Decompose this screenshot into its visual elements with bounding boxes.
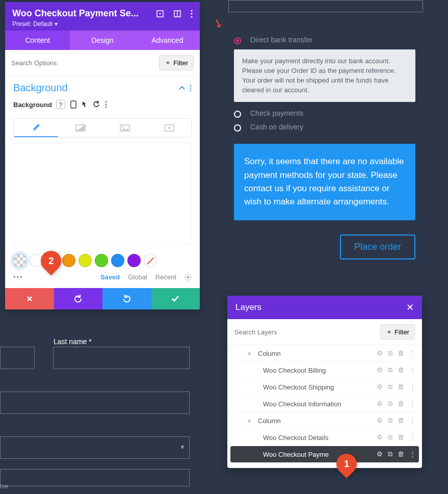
undo-button[interactable] [54,288,103,309]
gear-icon[interactable] [185,274,192,281]
section-more-icon[interactable] [190,85,192,92]
duplicate-icon[interactable]: ⧉ [388,349,392,357]
phone-icon[interactable] [70,100,76,109]
confirm-button[interactable] [151,288,200,309]
more-icon[interactable]: ⋮ [409,349,416,357]
layer-row-details[interactable]: Woo Checkout Details ⚙ ⧉ 🗑 ⋮ [230,429,419,446]
bg-type-gradient[interactable] [58,119,102,137]
swatch-blue[interactable] [111,254,124,267]
close-icon[interactable]: ✕ [406,302,414,313]
swatch-none[interactable] [144,254,157,267]
gear-icon[interactable]: ⚙ [377,349,383,357]
svg-point-16 [122,126,123,128]
layer-row-shipping[interactable]: Woo Checkout Shipping ⚙ ⧉ 🗑 ⋮ [230,379,419,396]
tab-content[interactable]: Content [5,31,70,50]
more-icon[interactable]: ⋮ [409,366,416,374]
more-icon[interactable]: ⋮ [409,450,416,458]
more-swatches-icon[interactable]: ••• [13,273,23,281]
chevron-down-icon[interactable]: ▾ [248,350,255,357]
radio-cash-on-delivery[interactable] [234,124,241,132]
palette-tab-recent[interactable]: Recent [155,273,176,281]
tiny-label: me [0,483,9,490]
layer-row-billing[interactable]: Woo Checkout Billing ⚙ ⧉ 🗑 ⋮ [230,362,419,379]
search-layers-input[interactable] [234,324,376,340]
columns-icon[interactable] [173,10,181,18]
layer-row-information[interactable]: Woo Checkout Information ⚙ ⧉ 🗑 ⋮ [230,396,419,412]
place-order-button[interactable]: Place order [340,235,415,259]
trash-icon[interactable]: 🗑 [398,400,404,408]
duplicate-icon[interactable]: ⧉ [388,417,392,425]
layer-row-column-1[interactable]: ▾ Column ⚙ ⧉ 🗑 ⋮ [230,345,419,362]
swatch-green[interactable] [95,254,108,267]
more-icon[interactable]: ⋮ [409,400,416,408]
chevron-down-icon[interactable]: ▾ [248,417,255,425]
more-icon[interactable]: ⋮ [409,417,416,425]
label-bank-transfer[interactable]: Direct bank transfer [250,36,312,44]
layer-row-payment-selected[interactable]: Woo Checkout Payme ⚙ ⧉ 🗑 ⋮ [230,446,419,463]
trash-icon[interactable]: 🗑 [398,366,404,374]
expand-icon[interactable] [156,10,164,18]
tab-advanced[interactable]: Advanced [135,31,200,50]
row-more-icon[interactable] [105,101,107,108]
trash-icon[interactable]: 🗑 [398,433,404,441]
label-check-payments[interactable]: Check payments [250,109,303,117]
trash-icon[interactable]: 🗑 [398,383,404,391]
hover-icon[interactable] [82,101,88,108]
bg-type-image[interactable] [102,119,147,137]
svg-point-6 [191,16,192,17]
radio-bank-transfer[interactable] [234,37,241,44]
svg-point-8 [190,87,192,89]
more-icon[interactable]: ⋮ [409,383,416,391]
duplicate-icon[interactable]: ⧉ [388,450,392,458]
radio-check-payments[interactable] [234,111,241,118]
preset-selector[interactable]: Preset: Default ▾ [12,20,193,28]
layer-row-column-2[interactable]: ▾ Column ⚙ ⧉ 🗑 ⋮ [230,412,419,429]
help-icon[interactable]: ? [56,100,65,109]
duplicate-icon[interactable]: ⧉ [388,433,392,441]
duplicate-icon[interactable]: ⧉ [388,400,392,408]
gear-icon[interactable]: ⚙ [377,366,383,374]
select-row[interactable] [0,436,190,459]
svg-point-7 [190,85,192,86]
more-icon[interactable]: ⋮ [409,433,416,441]
swatch-purple[interactable] [127,254,141,267]
layers-tree: ▾ Column ⚙ ⧉ 🗑 ⋮ Woo Checkout Billing ⚙ … [227,345,422,468]
duplicate-icon[interactable]: ⧉ [388,383,392,391]
palette-tab-saved[interactable]: Saved [100,273,120,281]
trash-icon[interactable]: 🗑 [398,450,404,458]
collapse-icon[interactable] [178,85,186,92]
swatch-yellow[interactable] [78,254,92,267]
trash-icon[interactable]: 🗑 [398,349,404,357]
background-type-tabs [13,118,192,138]
tab-design[interactable]: Design [70,31,135,50]
layers-filter-button[interactable]: ＋ Filter [380,324,415,340]
gear-icon[interactable]: ⚙ [377,450,383,458]
input-row-2[interactable] [0,392,190,414]
gear-icon[interactable]: ⚙ [377,383,383,391]
filter-button[interactable]: ＋ Filter [159,55,194,70]
layers-panel: Layers ✕ ＋ Filter ▾ Column ⚙ ⧉ 🗑 ⋮ Woo C… [227,296,422,468]
cancel-button[interactable] [5,288,54,309]
search-options-input[interactable] [11,59,155,67]
chevron-down-icon: ▾ [55,20,58,28]
more-icon[interactable] [191,10,193,18]
section-background-title[interactable]: Background [13,82,68,94]
bg-type-color[interactable] [14,119,58,137]
gear-icon[interactable]: ⚙ [377,417,383,425]
svg-point-5 [191,13,192,14]
palette-tab-global[interactable]: Global [128,273,147,281]
bg-type-video[interactable] [147,119,191,137]
partial-input-1[interactable] [0,347,35,369]
swatch-orange[interactable] [62,254,75,267]
gear-icon[interactable]: ⚙ [377,433,383,441]
label-cash-on-delivery[interactable]: Cash on delivery [250,123,303,131]
last-name-input[interactable] [53,347,190,369]
reset-icon[interactable] [93,101,100,108]
trash-icon[interactable]: 🗑 [398,417,404,425]
gear-icon[interactable]: ⚙ [377,400,383,408]
duplicate-icon[interactable]: ⧉ [388,366,392,374]
outline-box [228,0,423,12]
input-row-3[interactable] [0,469,190,486]
redo-button[interactable] [102,288,151,309]
swatch-transparent[interactable] [13,254,27,267]
